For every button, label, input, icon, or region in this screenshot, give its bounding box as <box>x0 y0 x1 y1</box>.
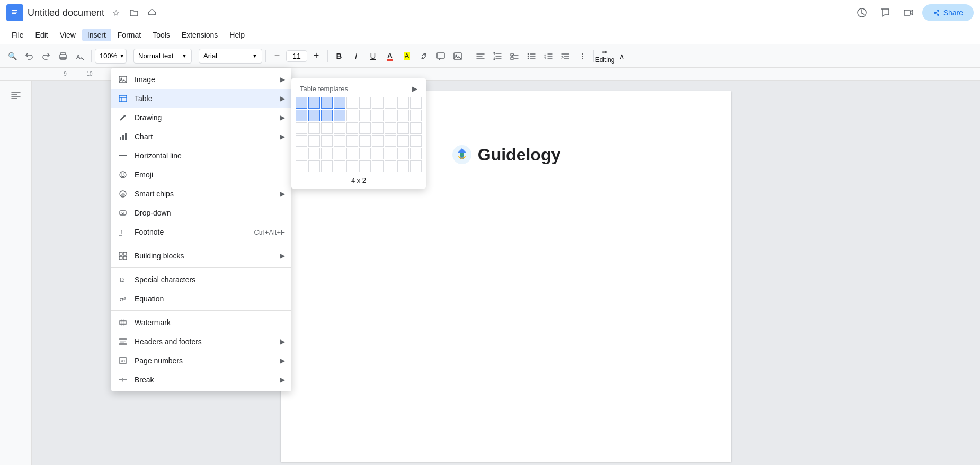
grid-cell[interactable] <box>334 135 345 147</box>
grid-cell[interactable] <box>372 122 384 134</box>
menu-item-image[interactable]: Image ▶ <box>111 70 291 89</box>
grid-cell[interactable] <box>410 135 422 147</box>
comment-icon[interactable] <box>876 3 895 22</box>
grid-cell[interactable] <box>334 148 345 159</box>
grid-cell[interactable] <box>397 110 409 121</box>
menu-item-building-blocks[interactable]: Building blocks ▶ <box>111 246 291 265</box>
font-size-decrease-btn[interactable]: − <box>269 48 285 64</box>
grid-cell[interactable] <box>372 97 384 109</box>
grid-cell[interactable] <box>321 110 333 121</box>
menu-view[interactable]: View <box>55 29 81 41</box>
grid-cell[interactable] <box>397 135 409 147</box>
grid-cell[interactable] <box>334 160 345 172</box>
menu-item-horizontal-line[interactable]: Horizontal line <box>111 146 291 165</box>
print-btn[interactable] <box>55 48 71 64</box>
grid-cell[interactable] <box>308 148 320 159</box>
grid-cell[interactable] <box>385 160 396 172</box>
grid-cell[interactable] <box>359 160 371 172</box>
menu-item-table[interactable]: Table ▶ <box>111 89 291 108</box>
grid-cell[interactable] <box>346 148 358 159</box>
grid-cell[interactable] <box>296 135 307 147</box>
comment-btn[interactable] <box>433 48 449 64</box>
font-style-dropdown[interactable]: Normal text ▼ <box>133 49 192 64</box>
bullet-list-btn[interactable] <box>523 48 539 64</box>
grid-cell[interactable] <box>308 135 320 147</box>
grid-cell[interactable] <box>372 148 384 159</box>
menu-insert[interactable]: Insert <box>82 29 111 41</box>
menu-tools[interactable]: Tools <box>147 29 175 41</box>
grid-cell[interactable] <box>410 97 422 109</box>
redo-btn[interactable] <box>38 48 54 64</box>
grid-cell[interactable] <box>410 122 422 134</box>
menu-file[interactable]: File <box>6 29 29 41</box>
grid-cell[interactable] <box>321 148 333 159</box>
menu-item-break[interactable]: Break ▶ <box>111 370 291 389</box>
grid-cell[interactable] <box>359 110 371 121</box>
grid-cell[interactable] <box>385 135 396 147</box>
grid-cell[interactable] <box>372 110 384 121</box>
menu-item-smart-chips[interactable]: @ Smart chips ▶ <box>111 184 291 203</box>
grid-cell[interactable] <box>397 97 409 109</box>
menu-item-special-characters[interactable]: Ω Special characters <box>111 270 291 289</box>
menu-item-drawing[interactable]: Drawing ▶ <box>111 108 291 127</box>
grid-cell[interactable] <box>321 160 333 172</box>
grid-cell[interactable] <box>296 160 307 172</box>
undo-btn[interactable] <box>21 48 37 64</box>
font-size-increase-btn[interactable]: + <box>308 48 324 64</box>
folder-icon[interactable] <box>127 5 141 20</box>
menu-item-headers-footers[interactable]: Headers and footers ▶ <box>111 332 291 351</box>
grid-cell[interactable] <box>346 122 358 134</box>
image-btn[interactable] <box>450 48 466 64</box>
grid-cell[interactable] <box>308 97 320 109</box>
menu-format[interactable]: Format <box>112 29 146 41</box>
cloud-icon[interactable] <box>145 5 159 20</box>
menu-item-footnote[interactable]: † Footnote Ctrl+Alt+F <box>111 222 291 242</box>
more-btn[interactable]: ⋮ <box>574 48 590 64</box>
text-edit-btn[interactable]: ✏ Editing <box>597 48 613 64</box>
menu-help[interactable]: Help <box>224 29 250 41</box>
grid-cell[interactable] <box>359 148 371 159</box>
grid-cell[interactable] <box>385 97 396 109</box>
grid-cell[interactable] <box>296 148 307 159</box>
grid-cell[interactable] <box>308 110 320 121</box>
menu-edit[interactable]: Edit <box>30 29 54 41</box>
menu-item-equation[interactable]: π² Equation <box>111 289 291 308</box>
video-call-icon[interactable] <box>899 3 918 22</box>
grid-cell[interactable] <box>372 160 384 172</box>
menu-item-dropdown[interactable]: Drop-down <box>111 203 291 222</box>
grid-cell[interactable] <box>385 122 396 134</box>
grid-cell[interactable] <box>385 148 396 159</box>
grid-cell[interactable] <box>346 110 358 121</box>
line-spacing-btn[interactable] <box>489 48 505 64</box>
underline-btn[interactable]: U <box>365 48 381 64</box>
grid-cell[interactable] <box>321 122 333 134</box>
grid-cell[interactable] <box>359 122 371 134</box>
bold-btn[interactable]: B <box>331 48 347 64</box>
grid-cell[interactable] <box>410 148 422 159</box>
font-size-input[interactable]: 11 <box>286 50 307 62</box>
grid-cell[interactable] <box>397 160 409 172</box>
grid-cell[interactable] <box>334 122 345 134</box>
highlight-btn[interactable]: A <box>399 48 415 64</box>
text-color-btn[interactable]: A <box>382 48 398 64</box>
grid-cell[interactable] <box>308 160 320 172</box>
font-family-dropdown[interactable]: Arial ▼ <box>199 49 262 64</box>
menu-extensions[interactable]: Extensions <box>176 29 223 41</box>
menu-item-page-numbers[interactable]: #1 Page numbers ▶ <box>111 351 291 370</box>
star-icon[interactable]: ☆ <box>109 5 123 20</box>
sidebar-outline-icon[interactable] <box>5 85 26 106</box>
grid-cell[interactable] <box>296 110 307 121</box>
grid-cell[interactable] <box>296 97 307 109</box>
menu-item-chart[interactable]: Chart ▶ <box>111 127 291 146</box>
grid-cell[interactable] <box>346 135 358 147</box>
grid-cell[interactable] <box>359 97 371 109</box>
share-button[interactable]: Share <box>922 4 974 21</box>
grid-cell[interactable] <box>321 97 333 109</box>
grid-cell[interactable] <box>321 135 333 147</box>
grid-cell[interactable] <box>346 160 358 172</box>
grid-cell[interactable] <box>346 97 358 109</box>
grid-cell[interactable] <box>410 110 422 121</box>
link-btn[interactable] <box>416 48 432 64</box>
checklist-btn[interactable] <box>506 48 522 64</box>
table-grid[interactable] <box>296 97 422 172</box>
